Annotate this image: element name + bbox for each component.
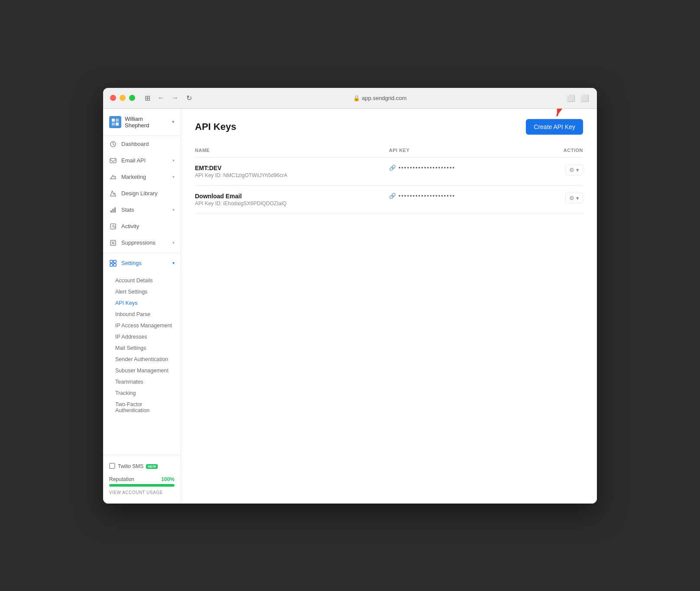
row-2-dots: •••••••••••••••••••• (399, 193, 455, 199)
row-2-name-cell: Download Email API Key ID: iEhodaigSX6PD… (195, 185, 389, 213)
table-body: EMT:DEV API Key ID: NMC1zigOTWiiJYh5d96c… (195, 157, 583, 213)
sidebar-item-settings[interactable]: Settings ▾ (103, 255, 181, 271)
row-1-dropdown-chevron-icon: ▾ (576, 167, 579, 173)
svg-rect-14 (113, 264, 116, 266)
table-row: Download Email API Key ID: iEhodaigSX6PD… (195, 185, 583, 213)
nav-menu: Dashboard Email API ▾ Marketing ▾ (103, 136, 181, 420)
reputation-section: Reputation 100% VIEW ACCOUNT USAGE (109, 473, 175, 498)
forward-button[interactable]: → (170, 93, 180, 103)
subnav-item-teammates[interactable]: Teammates (103, 376, 181, 388)
subnav-item-ip-access-management[interactable]: IP Access Management (103, 320, 181, 331)
table-container: NAME API KEY ACTION EMT:DEV API Key ID: … (181, 143, 597, 214)
address-bar: 🔒 app.sendgrid.com (198, 95, 562, 101)
sidebar-item-label-dashboard: Dashboard (121, 141, 175, 147)
create-api-key-button[interactable]: Create API Key (526, 119, 583, 135)
browser-window: ⊞ ← → ↻ 🔒 app.sendgrid.com ⬜ ⬜ (103, 88, 597, 504)
row-1-key-cell: 🔗 •••••••••••••••••••• (389, 157, 525, 185)
table-header-api-key: API KEY (389, 143, 525, 158)
subnav-item-mail-settings[interactable]: Mail Settings (103, 342, 181, 354)
link-icon-2: 🔗 (389, 193, 396, 199)
sidebar-item-dashboard[interactable]: Dashboard (103, 136, 181, 152)
nav-controls: ⊞ ← → ↻ (142, 93, 194, 103)
stats-chevron-icon: ▾ (172, 207, 175, 212)
sidebar-item-label-suppressions: Suppressions (121, 239, 168, 246)
sidebar-item-email-api[interactable]: Email API ▾ (103, 152, 181, 169)
sidebar-item-design-library[interactable]: Design Library (103, 185, 181, 202)
browser-toolbar: ⊞ ← → ↻ 🔒 app.sendgrid.com ⬜ ⬜ (103, 88, 597, 109)
split-button[interactable]: ⬜ (580, 93, 590, 103)
suppressions-chevron-icon: ▾ (172, 240, 175, 245)
gear-icon-1: ⚙ (569, 167, 574, 173)
row-1-key-masked: 🔗 •••••••••••••••••••• (389, 165, 525, 171)
row-2-key-cell: 🔗 •••••••••••••••••••• (389, 185, 525, 213)
nav-divider (103, 253, 181, 253)
subnav-item-ip-addresses[interactable]: IP Addresses (103, 331, 181, 342)
twilio-sms-item[interactable]: Twilio SMS NEW (109, 460, 175, 473)
maximize-button[interactable] (129, 95, 135, 101)
row-2-settings-button[interactable]: ⚙ ▾ (565, 193, 583, 203)
subnav-item-subuser-management[interactable]: Subuser Management (103, 365, 181, 376)
svg-rect-2 (112, 123, 115, 126)
suppressions-icon (109, 239, 117, 247)
toolbar-right: ⬜ ⬜ (566, 93, 590, 103)
activity-icon (109, 223, 117, 230)
subnav-item-inbound-parse[interactable]: Inbound Parse (103, 309, 181, 320)
sidebar-item-label-settings: Settings (121, 260, 168, 266)
subnav-item-account-details[interactable]: Account Details (103, 275, 181, 286)
row-1-action-cell: ⚙ ▾ (525, 157, 583, 185)
sidebar-item-stats[interactable]: Stats ▾ (103, 202, 181, 218)
svg-rect-13 (110, 264, 113, 266)
page-title: API Keys (195, 121, 236, 132)
twilio-sms-label: Twilio SMS (118, 463, 143, 469)
email-api-chevron-icon: ▾ (172, 158, 175, 163)
link-icon-1: 🔗 (389, 165, 396, 171)
sidebar-item-label-stats: Stats (121, 207, 168, 213)
svg-rect-6 (110, 210, 112, 213)
row-2-dropdown-chevron-icon: ▾ (576, 195, 579, 201)
svg-rect-7 (113, 209, 114, 213)
header-wrapper: API Keys Create API Key (181, 109, 597, 143)
svg-rect-0 (112, 119, 115, 122)
subnav-item-api-keys[interactable]: API Keys (103, 297, 181, 309)
sidebar-toggle-button[interactable]: ⊞ (142, 93, 152, 103)
api-keys-table: NAME API KEY ACTION EMT:DEV API Key ID: … (195, 143, 583, 214)
subnav-item-alert-settings[interactable]: Alert Settings (103, 286, 181, 297)
sidebar-item-label-email-api: Email API (121, 157, 168, 164)
reputation-header: Reputation 100% (109, 476, 175, 482)
subnav-item-two-factor[interactable]: Two-Factor Authentication (103, 399, 181, 416)
svg-rect-1 (116, 119, 119, 122)
close-button[interactable] (110, 95, 116, 101)
table-header-name: NAME (195, 143, 389, 158)
create-button-wrapper: Create API Key (526, 119, 583, 135)
gear-icon-2: ⚙ (569, 195, 574, 201)
marketing-icon (109, 173, 117, 181)
row-1-settings-button[interactable]: ⚙ ▾ (565, 165, 583, 175)
subnav-item-tracking[interactable]: Tracking (103, 388, 181, 399)
row-1-api-name: EMT:DEV (195, 165, 389, 171)
sidebar-item-suppressions[interactable]: Suppressions ▾ (103, 235, 181, 251)
row-2-api-key-id: API Key ID: iEhodaigSX6PDIQDOZIaiQ (195, 200, 389, 207)
reputation-fill (109, 484, 175, 487)
subnav-item-sender-authentication[interactable]: Sender Authentication (103, 354, 181, 365)
view-account-usage-link[interactable]: VIEW ACCOUNT USAGE (109, 490, 175, 495)
sidebar-item-activity[interactable]: Activity (103, 218, 181, 235)
stats-icon (109, 206, 117, 214)
sidebar-header[interactable]: William Shepherd ▾ (103, 109, 181, 136)
row-1-name-cell: EMT:DEV API Key ID: NMC1zigOTWiiJYh5d96c… (195, 157, 389, 185)
row-1-dots: •••••••••••••••••••• (399, 165, 455, 171)
table-header-action: ACTION (525, 143, 583, 158)
back-button[interactable]: ← (156, 93, 166, 103)
reputation-label: Reputation (109, 476, 134, 482)
sidebar: William Shepherd ▾ Dashboard Email API ▾ (103, 109, 181, 504)
row-1-api-key-id: API Key ID: NMC1zigOTWiiJYh5d96crA (195, 172, 389, 178)
svg-rect-11 (110, 260, 113, 263)
share-button[interactable]: ⬜ (566, 93, 576, 103)
minimize-button[interactable] (120, 95, 126, 101)
sendgrid-logo (109, 116, 121, 128)
reputation-value: 100% (161, 476, 175, 482)
svg-rect-5 (110, 158, 116, 163)
svg-rect-8 (114, 207, 116, 213)
sidebar-item-marketing[interactable]: Marketing ▾ (103, 169, 181, 185)
svg-rect-3 (116, 123, 119, 126)
reload-button[interactable]: ↻ (184, 93, 194, 103)
